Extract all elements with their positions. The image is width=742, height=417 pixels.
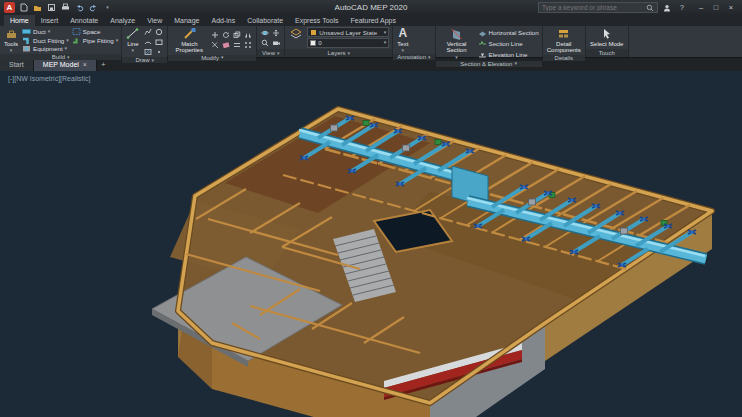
save-icon[interactable] [46,2,57,13]
vertical-section-button[interactable]: Vertical Section ▾ [439,27,475,60]
offset-icon[interactable] [232,41,242,50]
search-icon [646,4,654,12]
equipment-icon [22,44,31,53]
horizontal-section-button[interactable]: Horizontal Section [478,28,539,36]
layer-state-icon [310,29,317,36]
rectangle-icon[interactable] [154,37,164,46]
close-tab-icon[interactable]: × [83,61,87,68]
tab-annotate[interactable]: Annotate [64,15,104,26]
tab-insert[interactable]: Insert [35,15,65,26]
layer-properties-button[interactable] [288,27,304,48]
tab-home[interactable]: Home [4,15,35,26]
line-icon [126,27,139,40]
pan-icon[interactable] [271,28,281,37]
layer-dropdown[interactable]: 0 ▾ [307,38,389,48]
select-mode-icon [600,27,613,40]
pipe-fitting-button[interactable]: Pipe Fitting▾ [72,36,118,44]
match-properties-button[interactable]: Match Properties [171,27,207,54]
quick-access-dropdown-icon[interactable]: ▾ [102,2,113,13]
arc-icon[interactable] [143,37,153,46]
space-icon [72,27,81,36]
panel-label-modify[interactable]: Modify▾ [168,55,256,61]
redo-icon[interactable] [88,2,99,13]
plot-icon[interactable] [60,2,71,13]
panel-label-build[interactable]: Build▾ [0,54,121,60]
panel-annotation: A Text ▾ Annotation▾ [393,26,435,57]
tab-analyze[interactable]: Analyze [104,15,141,26]
minimize-button[interactable]: – [694,2,708,13]
circle-icon[interactable] [154,27,164,36]
tab-express-tools[interactable]: Express Tools [289,15,344,26]
mirror-icon[interactable] [243,31,253,40]
erase-icon[interactable] [221,41,231,50]
close-button[interactable]: × [724,2,738,13]
tools-icon [5,27,18,40]
duct-icon [22,27,31,36]
building-model-canvas[interactable] [0,71,742,417]
match-properties-icon [183,27,196,40]
select-mode-button[interactable]: Select Mode [589,27,625,48]
copy-icon[interactable] [232,31,242,40]
window-title: AutoCAD MEP 2020 [335,3,408,12]
equipment-button[interactable]: Equipment▾ [22,45,69,53]
layer-state-dropdown[interactable]: Unsaved Layer State ▾ [307,27,389,37]
panel-label-annotation[interactable]: Annotation▾ [393,54,434,60]
search-box[interactable] [538,2,658,13]
maximize-button[interactable]: □ [709,2,723,13]
layers-icon [289,27,303,41]
elevation-line-icon [478,50,487,59]
duct-button[interactable]: Duct▾ [22,27,69,35]
new-file-icon[interactable] [18,2,29,13]
sign-in-icon[interactable] [661,2,673,13]
model-viewport[interactable]: [-][NW Isometric][Realistic] [0,71,742,417]
panel-build: Tools ▾ Duct▾ Duct Fitting▾ Equipment▾ [0,26,122,57]
title-bar: A ▾ AutoCAD MEP 2020 ? – □ × [0,0,742,15]
zoom-icon[interactable] [260,38,270,47]
panel-touch: Select Mode Touch [586,26,629,57]
point-icon[interactable] [154,47,164,56]
tab-manage[interactable]: Manage [168,15,205,26]
panel-view: View▾ [257,26,285,57]
window-controls: – □ × [694,2,738,13]
tools-button[interactable]: Tools ▾ [3,27,19,53]
duct-fitting-button[interactable]: Duct Fitting▾ [22,36,69,44]
tab-featured-apps[interactable]: Featured Apps [344,15,402,26]
panel-section-elevation: Vertical Section ▾ Horizontal Section Se… [436,26,543,57]
search-input[interactable] [542,4,644,11]
tab-view[interactable]: View [141,15,168,26]
panel-label-section-elevation[interactable]: Section & Elevation▾ [436,61,542,67]
array-icon[interactable] [243,41,253,50]
viewport-controls[interactable]: [-][NW Isometric][Realistic] [8,75,90,82]
panel-label-touch[interactable]: Touch [586,49,628,57]
text-button[interactable]: A Text ▾ [396,27,409,53]
polyline-icon[interactable] [143,27,153,36]
panel-label-layers[interactable]: Layers▾ [285,49,392,57]
panel-layers: Unsaved Layer State ▾ 0 ▾ Layers▾ [285,26,393,57]
orbit-icon[interactable] [260,28,270,37]
move-icon[interactable] [210,31,220,40]
section-line-button[interactable]: Section Line [478,39,539,47]
open-file-icon[interactable] [32,2,43,13]
section-line-icon [478,39,487,48]
ribbon-tab-row: Home Insert Annotate Analyze View Manage… [0,15,742,26]
undo-icon[interactable] [74,2,85,13]
layer-color-swatch [310,40,316,46]
space-button[interactable]: Space [72,27,118,35]
detail-components-button[interactable]: Detail Components [546,27,582,54]
line-button[interactable]: Line ▾ [125,27,140,56]
camera-icon[interactable] [271,38,281,47]
ribbon: Tools ▾ Duct▾ Duct Fitting▾ Equipment▾ [0,26,742,58]
elevation-line-button[interactable]: Elevation Line [478,50,539,58]
panel-label-details[interactable]: Details [543,55,585,61]
tab-collaborate[interactable]: Collaborate [241,15,289,26]
tab-addins[interactable]: Add-ins [205,15,241,26]
trim-icon[interactable] [210,41,220,50]
help-icon[interactable]: ? [676,2,688,13]
panel-label-draw[interactable]: Draw▾ [122,57,167,63]
duct-fitting-icon [22,36,31,45]
rotate-icon[interactable] [221,31,231,40]
hatch-icon[interactable] [143,47,153,56]
panel-label-view[interactable]: View▾ [257,49,284,57]
vertical-section-icon [450,27,463,40]
app-logo-icon[interactable]: A [4,2,15,13]
